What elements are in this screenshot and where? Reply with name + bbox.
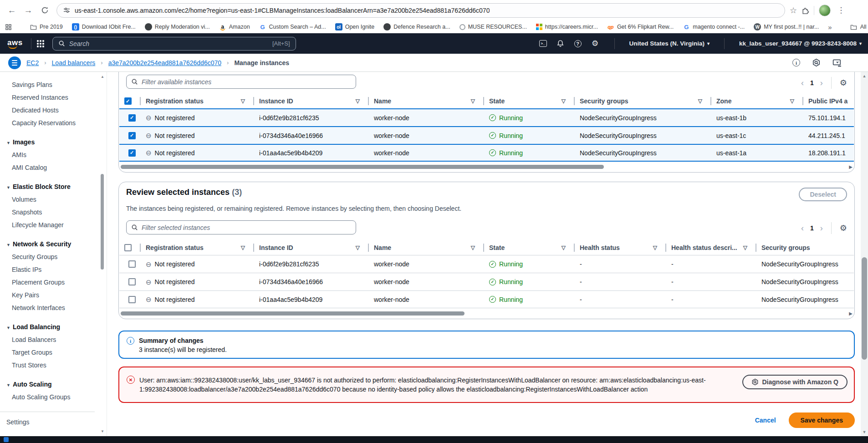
row-checkbox[interactable] xyxy=(128,296,136,303)
reload-icon[interactable] xyxy=(37,3,52,18)
sidebar-section-images[interactable]: ▼Images xyxy=(6,136,95,148)
horizontal-scrollbar[interactable]: ▶ xyxy=(121,311,853,316)
scroll-down-icon[interactable]: ▼ xyxy=(861,430,868,434)
sidebar-item-ami-catalog[interactable]: AMI Catalog xyxy=(6,161,95,174)
account-menu[interactable]: kk_labs_user_934667 @ 9923-8243-8008 ▾ xyxy=(739,40,862,47)
cloudshell-footer-icon[interactable] xyxy=(4,437,9,442)
bookmark-star-icon[interactable]: ☆ xyxy=(790,5,797,15)
sidebar-item-key-pairs[interactable]: Key Pairs xyxy=(6,289,95,301)
aws-search-box[interactable]: [Alt+S] xyxy=(52,37,296,51)
amazon-q-icon[interactable] xyxy=(812,58,821,67)
sort-icon[interactable]: ▽ xyxy=(562,244,566,251)
sidebar-item-amis[interactable]: AMIs xyxy=(6,148,95,161)
page-number[interactable]: 1 xyxy=(810,79,814,87)
page-number[interactable]: 1 xyxy=(810,224,814,232)
table-row[interactable]: ✓ ⊖Not registered i-0d6f2e9b281cf6235 wo… xyxy=(119,108,854,126)
row-checkbox[interactable]: ✓ xyxy=(128,114,136,122)
bookmark-item[interactable]: MUSE RESOURCES... xyxy=(460,24,527,30)
table-settings-gear-icon[interactable]: ⚙ xyxy=(840,223,847,233)
sort-icon[interactable]: ▽ xyxy=(562,98,566,104)
row-checkbox[interactable]: ✓ xyxy=(128,149,136,157)
sidebar-item-auto-scaling-groups[interactable]: Auto Scaling Groups xyxy=(6,391,95,403)
previous-page-icon[interactable]: ‹ xyxy=(801,79,804,87)
bookmark-item[interactable]: G magento connect -... xyxy=(683,23,745,31)
all-bookmarks-button[interactable]: All Bookmarks xyxy=(850,23,868,31)
help-icon[interactable]: ? xyxy=(574,40,582,47)
breadcrumb-load-balancer-arn[interactable]: a3e7a200b2e254ead881a7626dd6c070 xyxy=(108,59,221,66)
back-icon[interactable]: ← xyxy=(5,3,19,18)
save-changes-button[interactable]: Save changes xyxy=(789,412,855,428)
sort-icon[interactable]: ▽ xyxy=(356,98,360,104)
bookmark-item[interactable]: Defence Research a... xyxy=(383,23,450,31)
sidebar-item-volumes[interactable]: Volumes xyxy=(6,193,95,206)
notifications-bell-icon[interactable] xyxy=(556,39,565,48)
bookmarks-overflow-icon[interactable]: » xyxy=(828,23,832,31)
feedback-shortcut-icon[interactable] xyxy=(832,59,842,67)
side-nav-toggle[interactable] xyxy=(8,56,21,69)
sidebar-item-snapshots[interactable]: Snapshots xyxy=(6,206,95,219)
bookmark-item[interactable]: a Amazon xyxy=(219,23,250,31)
next-page-icon[interactable]: › xyxy=(820,79,823,87)
bookmark-item[interactable]: () Download IObit Fre... xyxy=(72,23,136,31)
extensions-icon[interactable] xyxy=(802,6,809,14)
settings-gear-icon[interactable]: ⚙ xyxy=(591,39,600,48)
sidebar-item-target-groups[interactable]: Target Groups xyxy=(6,346,95,359)
sidebar-section-ebs[interactable]: ▼Elastic Block Store xyxy=(6,180,95,193)
sort-icon[interactable]: ▽ xyxy=(471,244,475,251)
sidebar-item-trust-stores[interactable]: Trust Stores xyxy=(6,359,95,372)
table-row[interactable]: ✓ ⊖Not registered i-0734d346a40e16966 wo… xyxy=(119,126,854,144)
row-checkbox[interactable] xyxy=(128,278,136,285)
sidebar-item-dedicated-hosts[interactable]: Dedicated Hosts xyxy=(6,104,95,117)
sort-icon[interactable]: ▽ xyxy=(356,244,360,251)
table-row[interactable]: ⊖Not registered i-01aa4ac5e9b4b4209 work… xyxy=(119,290,854,308)
breadcrumb-ec2[interactable]: EC2 xyxy=(26,59,39,66)
cancel-button[interactable]: Cancel xyxy=(755,417,776,424)
breadcrumb-load-balancers[interactable]: Load balancers xyxy=(52,59,96,66)
sort-icon[interactable]: ▽ xyxy=(471,98,475,104)
sidebar-section-load-balancing[interactable]: ▼Load Balancing xyxy=(6,321,95,333)
review-filter-input[interactable] xyxy=(142,224,351,231)
sidebar-item-security-groups[interactable]: Security Groups xyxy=(6,250,95,263)
sidebar-item-savings-plans[interactable]: Savings Plans xyxy=(6,78,95,91)
bookmark-item[interactable]: G Custom Search – Ad... xyxy=(259,23,326,31)
scroll-right-icon[interactable]: ▶ xyxy=(849,311,853,316)
horizontal-scroll-thumb[interactable] xyxy=(121,311,465,316)
sidebar-item-reserved-instances[interactable]: Reserved Instances xyxy=(6,91,95,104)
services-grid-icon[interactable] xyxy=(37,40,44,47)
aws-search-input[interactable] xyxy=(69,40,268,47)
sidebar-section-auto-scaling[interactable]: ▼Auto Scaling xyxy=(6,378,95,391)
available-filter[interactable] xyxy=(126,75,356,89)
page-scrollbar[interactable]: ▲ ▼ xyxy=(861,72,868,436)
bookmark-item[interactable]: Reply Moderation vi... xyxy=(145,23,210,31)
info-panel-icon[interactable]: i xyxy=(792,59,800,66)
browser-menu-icon[interactable]: ⋮ xyxy=(835,5,847,15)
select-all-checkbox[interactable]: ✓ xyxy=(124,97,132,105)
table-settings-gear-icon[interactable]: ⚙ xyxy=(840,78,847,88)
sidebar-item-settings[interactable]: Settings xyxy=(6,416,95,428)
sort-icon[interactable]: ▽ xyxy=(241,98,245,104)
bookmark-item[interactable]: oI Open Ignite xyxy=(335,23,375,31)
table-row[interactable]: ✓ ⊖Not registered i-01aa4ac5e9b4b4209 wo… xyxy=(119,144,854,162)
apps-grid-icon[interactable] xyxy=(5,24,11,30)
sidebar-item-lifecycle-manager[interactable]: Lifecycle Manager xyxy=(6,219,95,231)
diagnose-with-amazon-q-button[interactable]: Diagnose with Amazon Q xyxy=(742,375,848,389)
sort-icon[interactable]: ▽ xyxy=(743,244,747,251)
scroll-up-icon[interactable]: ▲ xyxy=(861,74,868,78)
sidebar-scroll-thumb[interactable] xyxy=(101,174,104,270)
profile-avatar[interactable] xyxy=(819,5,831,16)
row-checkbox[interactable] xyxy=(128,260,136,268)
scroll-right-icon[interactable]: ▶ xyxy=(849,164,853,169)
next-page-icon[interactable]: › xyxy=(820,224,823,232)
page-scroll-thumb[interactable] xyxy=(862,257,867,360)
bookmark-item[interactable]: W MY first post..!! | nar... xyxy=(754,23,819,31)
deselect-button[interactable]: Deselect xyxy=(799,188,847,201)
bookmark-item[interactable]: Pre 2019 xyxy=(30,23,63,31)
sort-icon[interactable]: ▽ xyxy=(241,244,245,251)
sort-icon[interactable]: ▽ xyxy=(653,244,657,251)
previous-page-icon[interactable]: ‹ xyxy=(801,224,804,232)
sidebar-item-load-balancers[interactable]: Load Balancers xyxy=(6,333,95,346)
forward-icon[interactable]: → xyxy=(21,3,36,18)
cloudshell-icon[interactable]: >_ xyxy=(539,40,547,47)
aws-logo[interactable]: aws xyxy=(6,38,26,49)
url-input[interactable]: us-east-1.console.aws.amazon.com/ec2/hom… xyxy=(56,3,785,18)
